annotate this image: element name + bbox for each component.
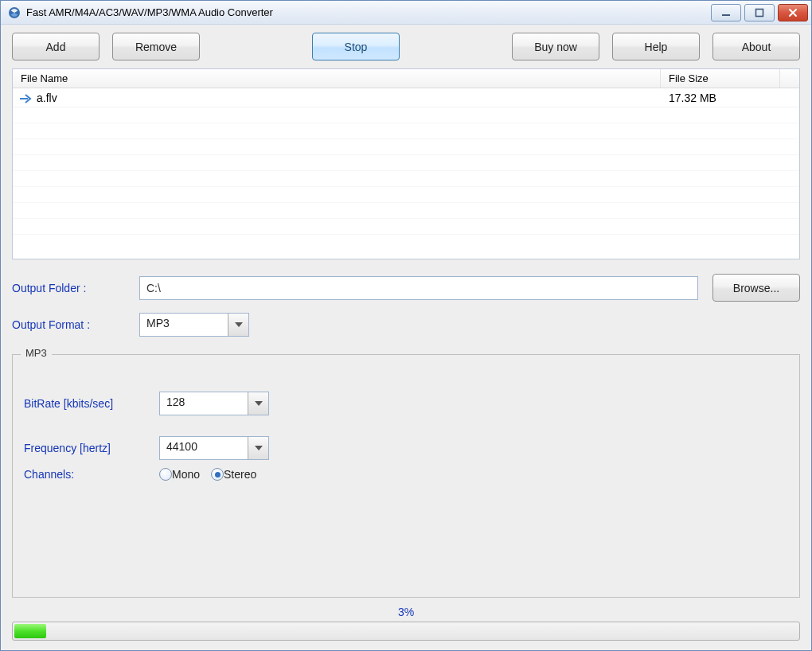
frequency-value: 44100 — [160, 437, 248, 459]
browse-button[interactable]: Browse... — [712, 274, 800, 302]
format-groupbox: MP3 BitRate [kbits/sec] 128 Frequency [h… — [12, 354, 800, 598]
channels-label: Channels: — [24, 468, 159, 481]
progress-area: 3% — [12, 606, 800, 641]
mono-radio[interactable] — [159, 468, 172, 481]
add-button[interactable]: Add — [12, 33, 100, 60]
chevron-down-icon[interactable] — [248, 437, 268, 459]
output-folder-input[interactable] — [139, 276, 698, 300]
stop-button[interactable]: Stop — [312, 33, 400, 60]
bitrate-value: 128 — [160, 392, 248, 415]
file-row[interactable]: a.flv 17.32 MB — [13, 88, 799, 107]
arrow-right-icon — [19, 93, 32, 103]
output-format-label: Output Format : — [12, 318, 139, 331]
progress-bar — [12, 622, 800, 641]
column-header-size[interactable]: File Size — [661, 69, 780, 88]
about-button[interactable]: About — [712, 33, 800, 60]
bitrate-label: BitRate [kbits/sec] — [24, 397, 159, 410]
window-controls — [711, 4, 808, 21]
groupbox-title: MP3 — [21, 347, 52, 359]
toolbar: Add Remove Stop Buy now Help About — [12, 33, 800, 60]
output-settings: Output Folder : Browse... Output Format … — [12, 274, 800, 348]
output-format-value: MP3 — [140, 314, 228, 336]
output-folder-label: Output Folder : — [12, 282, 139, 294]
file-list-header: File Name File Size — [13, 69, 799, 88]
chevron-down-icon[interactable] — [228, 314, 248, 336]
svg-rect-0 — [722, 14, 730, 16]
app-icon — [7, 6, 21, 20]
file-list-body[interactable]: a.flv 17.32 MB — [13, 88, 799, 259]
help-button[interactable]: Help — [612, 33, 700, 60]
remove-button[interactable]: Remove — [112, 33, 200, 60]
stereo-radio[interactable] — [211, 468, 224, 481]
svg-rect-1 — [756, 9, 763, 16]
column-header-name[interactable]: File Name — [13, 69, 661, 88]
file-name: a.flv — [37, 92, 57, 104]
frequency-select[interactable]: 44100 — [159, 436, 269, 460]
mono-label: Mono — [172, 468, 200, 481]
close-button[interactable] — [778, 4, 808, 21]
chevron-down-icon[interactable] — [248, 392, 268, 415]
minimize-button[interactable] — [711, 4, 741, 21]
content-area: Add Remove Stop Buy now Help About File … — [1, 25, 811, 650]
bitrate-select[interactable]: 128 — [159, 392, 269, 415]
progress-text: 3% — [12, 606, 800, 618]
titlebar: Fast AMR/M4A/AC3/WAV/MP3/WMA Audio Conve… — [1, 1, 811, 25]
output-format-select[interactable]: MP3 — [139, 313, 249, 337]
file-size: 17.32 MB — [661, 92, 780, 104]
maximize-button[interactable] — [744, 4, 775, 21]
buy-now-button[interactable]: Buy now — [512, 33, 599, 60]
stereo-label: Stereo — [224, 468, 256, 481]
app-window: Fast AMR/M4A/AC3/WAV/MP3/WMA Audio Conve… — [0, 0, 812, 651]
frequency-label: Frequency [hertz] — [24, 442, 159, 454]
file-list: File Name File Size a.flv 17.32 MB — [12, 68, 800, 259]
window-title: Fast AMR/M4A/AC3/WAV/MP3/WMA Audio Conve… — [26, 6, 711, 18]
progress-fill — [14, 624, 46, 638]
